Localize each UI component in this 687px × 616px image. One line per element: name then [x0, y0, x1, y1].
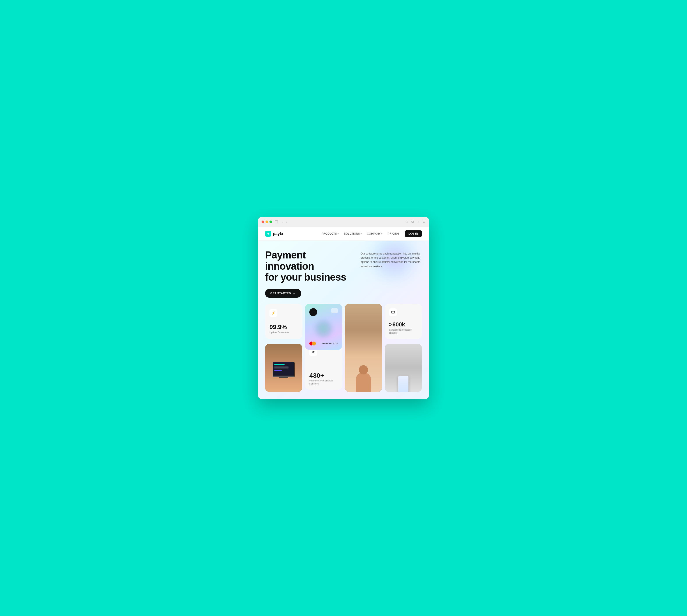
- get-started-label: GET STARTED: [270, 292, 291, 295]
- bookmark-icon: ⧉: [411, 220, 414, 224]
- get-started-button[interactable]: GET STARTED →: [265, 289, 301, 298]
- screen-bar-4: [274, 369, 289, 369]
- uptime-value: 99.9%: [270, 324, 298, 331]
- laptop-photo-card: [265, 344, 302, 392]
- maximize-dot[interactable]: [270, 221, 272, 223]
- logo-icon: [265, 230, 271, 237]
- forward-button[interactable]: ›: [285, 220, 288, 224]
- nav-products[interactable]: PRODUCTS ▾: [322, 232, 339, 235]
- cards-container: ⚡ 99.9% Uptime Guarantee →: [265, 304, 422, 399]
- transactions-label: transactions processed annually: [389, 328, 417, 334]
- page-content: paytx PRODUCTS ▾ SOLUTIONS ▾ COMPANY ▾ P…: [258, 227, 429, 399]
- uptime-icon: ⚡: [270, 309, 277, 317]
- phone-hand-card: [385, 344, 422, 392]
- browser-dots: [261, 221, 272, 223]
- woman-photo: [345, 304, 382, 392]
- phone-screen: [398, 376, 408, 392]
- hero-title: Payment innovation for your business: [265, 249, 353, 283]
- more-icon: ⊡: [423, 220, 426, 224]
- mastercard-logo: [309, 342, 316, 346]
- chevron-icon: ▾: [338, 233, 339, 235]
- back-button[interactable]: ‹: [281, 220, 284, 224]
- hero-description: Our software turns each transaction into…: [361, 252, 422, 268]
- browser-window: ‹ › ⬆ ⧉ ＋ ⊡ paytx PRO: [258, 217, 429, 399]
- browser-nav: ‹ ›: [281, 220, 288, 224]
- svg-point-3: [313, 351, 314, 352]
- chevron-icon: ▾: [361, 233, 362, 235]
- woman-photo-card: [345, 304, 382, 392]
- screen-bar-3: [274, 367, 289, 368]
- screen-bar-2: [274, 366, 289, 367]
- customers-label: customers from different industries: [309, 379, 338, 386]
- logo-text: paytx: [273, 232, 283, 236]
- navbar: paytx PRODUCTS ▾ SOLUTIONS ▾ COMPANY ▾ P…: [258, 227, 429, 241]
- hero-section: Payment innovation for your business GET…: [258, 241, 429, 399]
- card-chip: [331, 308, 338, 313]
- logo[interactable]: paytx: [265, 230, 283, 237]
- card-number: •••• •••• •••• 1234: [322, 343, 338, 345]
- share-icon: ⬆: [406, 220, 408, 224]
- screen-bar-5: [274, 370, 282, 371]
- uptime-label: Uptime Guarantee: [270, 331, 298, 334]
- payment-card-header: →: [309, 308, 338, 316]
- mc-orange-circle: [312, 342, 316, 346]
- transactions-icon: [389, 308, 397, 316]
- nav-links: PRODUCTS ▾ SOLUTIONS ▾ COMPANY ▾ PRICING…: [322, 230, 422, 237]
- minimize-dot[interactable]: [266, 221, 268, 223]
- arrow-icon: →: [293, 291, 296, 295]
- login-button[interactable]: LOG IN: [405, 230, 422, 237]
- svg-point-4: [314, 351, 314, 352]
- laptop-stand: [279, 377, 288, 378]
- customers-value: 430+: [309, 372, 338, 379]
- laptop-mock: [273, 362, 295, 378]
- payment-card-footer: •••• •••• •••• 1234: [309, 342, 338, 346]
- phone-mock: [398, 375, 409, 392]
- uptime-card: ⚡ 99.9% Uptime Guarantee: [265, 304, 302, 339]
- payment-card: → •••• •••• •••• 1234: [305, 304, 342, 350]
- nav-solutions[interactable]: SOLUTIONS ▾: [344, 232, 362, 235]
- window-icon: [275, 220, 278, 223]
- transactions-value: >600k: [389, 321, 417, 328]
- new-tab-icon: ＋: [417, 220, 420, 224]
- customers-card: 430+ customers from different industries: [305, 344, 342, 390]
- laptop-screen: [273, 362, 295, 376]
- screen-bar-1: [274, 364, 284, 365]
- browser-toolbar: ‹ › ⬆ ⧉ ＋ ⊡: [258, 217, 429, 227]
- nav-pricing[interactable]: PRICING: [388, 232, 399, 235]
- laptop-base: [273, 376, 295, 377]
- close-dot[interactable]: [261, 221, 264, 223]
- nav-company[interactable]: COMPANY ▾: [367, 232, 383, 235]
- svg-rect-1: [391, 311, 394, 313]
- browser-icons: ⬆ ⧉ ＋ ⊡: [406, 220, 426, 224]
- chevron-icon: ▾: [382, 233, 383, 235]
- transactions-card: >600k transactions processed annually: [385, 304, 422, 339]
- payment-arrow-icon: →: [309, 308, 317, 316]
- hand-mock: [398, 375, 409, 392]
